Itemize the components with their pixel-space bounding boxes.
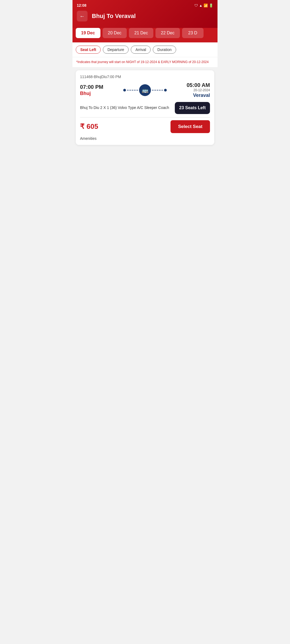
bus-type: Bhuj To Diu 2 X 1 (36) Volvo Type A/C Sl… [80,105,175,111]
back-button[interactable]: ← [77,11,88,21]
header-nav: ← Bhuj To Veraval [77,11,213,21]
bus-id: 111468-BhujDiu7:00 PM [80,75,210,79]
departure-city: Bhuj [80,91,123,96]
filter-tab-duration[interactable]: Duration [153,46,176,54]
page-title: Bhuj To Veraval [92,13,136,20]
route-dot-left [123,89,126,92]
seats-badge: 23 Seats Left [175,102,210,114]
bus-icon: 🚌 [139,84,151,96]
bus-route: 07:00 PM Bhuj 🚌 05:00 AM 20-12-2024 Vera… [80,82,210,98]
info-note: *Indicates that journey will start on NI… [73,57,218,67]
back-icon: ← [79,13,85,19]
route-dashes-left [127,90,138,90]
bus-details-row: Bhuj To Diu 2 X 1 (36) Volvo Type A/C Sl… [80,102,210,114]
arrival-city: Veraval [167,93,210,98]
filter-tab-arrival[interactable]: Arrival [131,46,151,54]
signal-icon: ▲ [199,3,202,8]
date-tabs: 19 Dec 20 Dec 21 Dec 22 Dec 23 D [73,28,218,42]
date-tab-0[interactable]: 19 Dec [76,28,100,38]
status-time: 12:08 [77,3,86,8]
price: ₹ 605 [80,122,98,131]
select-seat-button[interactable]: Select Seat [171,120,210,133]
departure-info: 07:00 PM Bhuj [80,84,123,96]
arrival-time: 05:00 AM [167,82,210,88]
amenities[interactable]: Amenities [80,136,210,141]
header: 12:08 🛡 ▲ 📶 🔋 ← Bhuj To Veraval [73,0,218,28]
wifi-icon: 📶 [204,3,208,8]
battery-icon: 🔋 [209,3,213,8]
shield-icon: 🛡 [194,3,198,8]
status-bar: 12:08 🛡 ▲ 📶 🔋 [77,3,213,8]
route-line: 🚌 [123,84,166,96]
route-dashes-right [152,90,163,90]
filter-tabs: Seat Left Departure Arrival Duration [73,42,218,57]
arrival-date: 20-12-2024 [167,88,210,92]
date-tab-1[interactable]: 20 Dec [103,28,127,38]
filter-tab-departure[interactable]: Departure [103,46,129,54]
bus-card: 111468-BhujDiu7:00 PM 07:00 PM Bhuj 🚌 05… [76,70,214,145]
date-tab-4[interactable]: 23 D [182,28,204,38]
arrival-info: 05:00 AM 20-12-2024 Veraval [167,82,210,98]
departure-time: 07:00 PM [80,84,123,90]
date-tab-2[interactable]: 21 Dec [129,28,153,38]
divider [80,117,210,118]
status-icons: 🛡 ▲ 📶 🔋 [194,3,213,8]
price-action-row: ₹ 605 Select Seat [80,120,210,133]
date-tab-3[interactable]: 22 Dec [155,28,180,38]
filter-tab-seat-left[interactable]: Seat Left [76,46,101,54]
route-dot-right [164,89,167,92]
